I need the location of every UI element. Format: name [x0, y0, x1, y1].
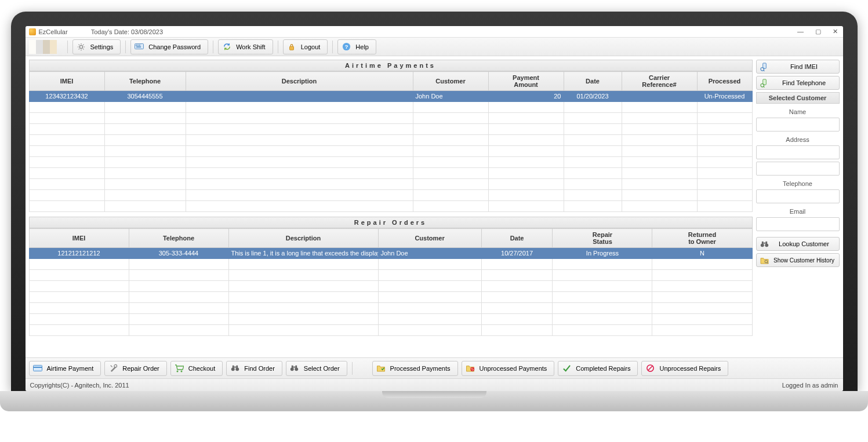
checkout-button[interactable]: Checkout: [170, 361, 223, 376]
table-row[interactable]: [29, 201, 752, 212]
col-imei[interactable]: IMEI: [29, 229, 129, 248]
svg-rect-17: [762, 241, 764, 244]
help-icon: ?: [342, 42, 351, 52]
cell-telephone: 3054445555: [104, 91, 186, 102]
table-row[interactable]: [29, 270, 752, 281]
change-password-button[interactable]: Change Password: [130, 39, 208, 54]
airtime-payment-button[interactable]: Airtime Payment: [29, 361, 101, 376]
name-field[interactable]: [756, 118, 840, 131]
address-field-1[interactable]: [756, 145, 840, 159]
col-telephone[interactable]: Telephone: [104, 72, 186, 91]
work-shift-button[interactable]: Work Shift: [218, 39, 273, 54]
show-history-label: Show Customer History: [773, 257, 836, 264]
select-order-button[interactable]: Select Order: [286, 361, 347, 376]
table-row[interactable]: [29, 325, 752, 336]
svg-rect-31: [234, 367, 236, 368]
email-field[interactable]: [756, 217, 840, 231]
telephone-label: Telephone: [756, 180, 840, 187]
col-telephone[interactable]: Telephone: [129, 229, 228, 248]
cell-imei: 123432123432: [29, 91, 104, 102]
unprocessed-repairs-button[interactable]: Unprocessed Repairs: [641, 361, 728, 376]
telephone-field[interactable]: [756, 189, 840, 203]
table-row[interactable]: [29, 190, 752, 201]
help-button[interactable]: ? Help: [337, 39, 376, 54]
find-telephone-button[interactable]: Find Telephone: [756, 76, 840, 90]
toolbar-top: Settings Change Password Work Shift Logo…: [26, 38, 843, 56]
col-date[interactable]: Date: [481, 229, 553, 248]
find-imei-button[interactable]: Find IMEI: [756, 60, 840, 74]
show-history-button[interactable]: Show Customer History: [756, 253, 840, 267]
find-telephone-label: Find Telephone: [773, 79, 836, 86]
svg-rect-22: [33, 365, 42, 371]
settings-button[interactable]: Settings: [72, 39, 121, 54]
theme-swatches[interactable]: [29, 40, 57, 54]
processed-payments-label: Processed Payments: [390, 365, 451, 372]
table-row[interactable]: [29, 113, 752, 124]
address-field-2[interactable]: [756, 162, 840, 176]
table-row[interactable]: [29, 102, 752, 113]
col-returned[interactable]: Returnedto Owner: [652, 229, 752, 248]
close-button[interactable]: ✕: [831, 28, 840, 35]
table-row[interactable]: [29, 146, 752, 157]
cart-icon: [175, 364, 184, 373]
maximize-button[interactable]: ▢: [814, 28, 822, 35]
app-icon: [29, 28, 36, 35]
table-row[interactable]: 123432123432 3054445555 John Doe 20 01/2…: [29, 91, 752, 102]
processed-payments-button[interactable]: Processed Payments: [372, 361, 458, 376]
col-customer[interactable]: Customer: [378, 229, 481, 248]
settings-label: Settings: [90, 43, 114, 50]
find-order-button[interactable]: Find Order: [226, 361, 282, 376]
col-payment-amount[interactable]: PaymentAmount: [488, 72, 564, 91]
col-date[interactable]: Date: [564, 72, 622, 91]
repair-table[interactable]: IMEI Telephone Description Customer Date…: [29, 228, 753, 336]
find-order-label: Find Order: [244, 365, 275, 372]
svg-rect-5: [136, 46, 141, 48]
col-carrier-ref[interactable]: CarrierReference#: [622, 72, 697, 91]
table-row[interactable]: [29, 135, 752, 146]
svg-rect-29: [233, 366, 234, 368]
keyboard-icon: [135, 42, 144, 52]
svg-line-40: [648, 366, 653, 371]
logged-in-text: Logged In as admin: [782, 382, 838, 389]
completed-repairs-button[interactable]: Completed Repairs: [558, 361, 638, 376]
unprocessed-payments-button[interactable]: Unprocessed Payments: [462, 361, 555, 376]
lookup-customer-label: Lookup Customer: [773, 240, 836, 247]
copyright-text: Copyrights(C) - Agnitech, Inc. 2011: [30, 382, 129, 389]
folder-block-icon: [466, 364, 475, 373]
table-row[interactable]: [29, 179, 752, 190]
svg-rect-35: [296, 366, 297, 368]
name-label: Name: [756, 108, 840, 115]
table-row[interactable]: [29, 314, 752, 325]
col-repair-status[interactable]: RepairStatus: [553, 229, 652, 248]
airtime-payment-label: Airtime Payment: [47, 365, 94, 372]
table-row[interactable]: [29, 303, 752, 314]
svg-line-11: [764, 70, 765, 71]
repair-order-button[interactable]: Repair Order: [104, 361, 167, 376]
table-row[interactable]: [29, 292, 752, 303]
cell-description: This is line 1, it is a long line that e…: [228, 248, 378, 259]
table-row[interactable]: [29, 157, 752, 168]
svg-rect-34: [292, 366, 293, 368]
col-description[interactable]: Description: [186, 72, 413, 91]
table-row[interactable]: [29, 168, 752, 179]
table-row[interactable]: 121212121212 305-333-4444 This is line 1…: [29, 248, 752, 259]
svg-line-14: [764, 86, 765, 87]
check-icon: [562, 364, 571, 373]
airtime-table[interactable]: IMEI Telephone Description Customer Paym…: [29, 71, 753, 212]
table-row[interactable]: [29, 259, 752, 270]
col-imei[interactable]: IMEI: [29, 72, 104, 91]
toolbar-bottom: Airtime Payment Repair Order Checkout Fi…: [26, 357, 843, 378]
table-row[interactable]: [29, 281, 752, 292]
table-row[interactable]: [29, 124, 752, 135]
minimize-button[interactable]: —: [797, 28, 805, 35]
col-description[interactable]: Description: [228, 229, 378, 248]
lookup-customer-button[interactable]: Lookup Customer: [756, 237, 840, 251]
logout-button[interactable]: Logout: [283, 39, 328, 54]
col-processed[interactable]: Processed: [697, 72, 752, 91]
cell-date: 10/27/2017: [481, 248, 553, 259]
lock-icon: [287, 42, 296, 52]
svg-rect-2: [136, 45, 137, 46]
binoculars-icon: [290, 364, 299, 373]
col-customer[interactable]: Customer: [413, 72, 488, 91]
folder-check-icon: [376, 364, 386, 373]
